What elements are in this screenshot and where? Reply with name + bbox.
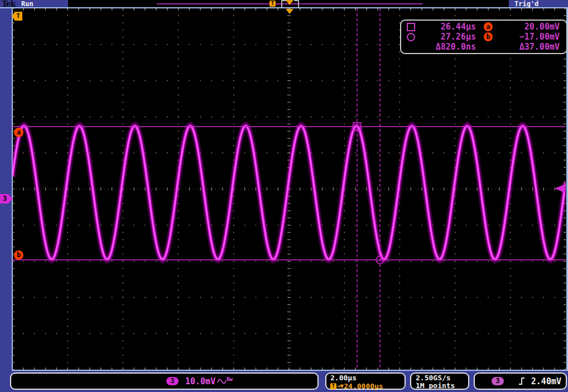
horizontal-scale-box[interactable]: 2.00µs T →▼ 24.0000µs — [325, 372, 406, 390]
topbar-left-segment: Tek Run — [0, 0, 68, 7]
sample-rate-value: 2.50GS/s — [416, 374, 468, 382]
ac-coupling-icon — [217, 378, 227, 385]
channel-scale-box[interactable]: 3 10.0mV Bw — [10, 372, 319, 390]
cursor-a-badge[interactable]: a — [14, 128, 23, 137]
square-cursor-icon — [407, 23, 415, 31]
cursor-b-voltage: −17.00mV — [500, 32, 560, 42]
bandwidth-limit-label: Bw — [227, 376, 233, 382]
bottom-status-bar: 3 10.0mV Bw 2.00µs T →▼ 24.0000µs 2.50GS… — [0, 371, 568, 392]
horizontal-scale-value: 2.00µs — [330, 374, 405, 382]
record-length-value: 1M points — [416, 382, 468, 390]
delay-arrow-icon: →▼ — [337, 383, 343, 390]
acquisition-status: Run — [21, 0, 33, 8]
cursor-b-badge[interactable]: b — [14, 250, 23, 260]
cursor-b-badge-icon: b — [484, 32, 493, 41]
trigger-source-badge: 3 — [492, 377, 504, 385]
cursor-readout-row-delta: Δ820.0ns Δ37.00mV — [401, 42, 566, 52]
cursor-a-voltage: 20.00mV — [500, 22, 560, 32]
cursor-a-time: 26.44µs — [420, 22, 476, 32]
oscilloscope-screen: Tek Run T Trig'd T a b 3 26.44µs a 20.00… — [0, 0, 568, 392]
window-position-icon[interactable] — [286, 0, 293, 5]
cursor-a-badge-icon: a — [484, 22, 493, 31]
expansion-point-icon — [286, 9, 293, 14]
rising-edge-icon — [518, 377, 525, 385]
trigger-t-icon: T — [330, 383, 336, 389]
acquisition-box[interactable]: 2.50GS/s 1M points — [410, 372, 469, 390]
cursor-delta-time: Δ820.0ns — [420, 42, 476, 52]
graticule-display — [12, 8, 566, 370]
channel-3-waveform — [12, 123, 566, 262]
trigger-level-arrow-icon[interactable] — [555, 184, 565, 193]
circle-cursor-icon — [407, 33, 415, 41]
cursor-b-time: 27.26µs — [420, 32, 476, 42]
trigger-box[interactable]: 3 2.40mV — [474, 372, 567, 390]
horizontal-delay-value: 24.0000µs — [344, 382, 383, 390]
cursor-readout-panel: 26.44µs a 20.00mV 27.26µs b −17.00mV Δ82… — [400, 20, 567, 54]
cursor-delta-voltage: Δ37.00mV — [500, 42, 560, 52]
trigger-level-value: 2.40mV — [531, 376, 561, 386]
left-sidebar — [0, 8, 12, 371]
cursor-readout-row-a: 26.44µs a 20.00mV — [401, 22, 566, 32]
channel-3-badge: 3 — [166, 377, 179, 385]
channel-scale-value: 10.0mV — [185, 376, 215, 386]
trigger-status: Trig'd — [514, 0, 538, 8]
top-status-bar: Tek Run T Trig'd — [0, 0, 568, 7]
cursor-readout-row-b: 27.26µs b −17.00mV — [401, 32, 566, 42]
trigger-position-icon: T — [269, 1, 276, 7]
topbar-right-segment: Trig'd — [509, 0, 568, 7]
